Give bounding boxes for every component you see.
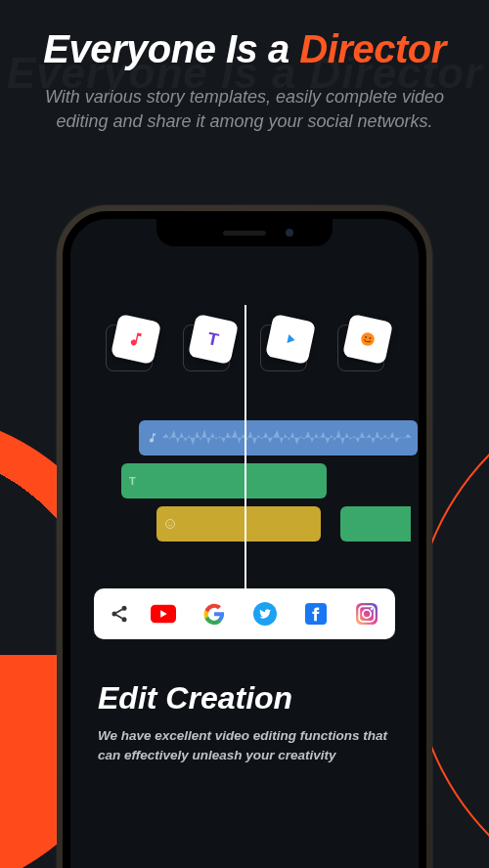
hero-subtitle: With various story templates, easily com… bbox=[23, 85, 466, 134]
hero-title-pre: Everyone Is a bbox=[43, 27, 299, 70]
section-title: Edit Creation bbox=[98, 680, 419, 716]
tool-slot-text[interactable]: T bbox=[183, 325, 230, 371]
play-icon bbox=[281, 330, 299, 349]
play-tool-card bbox=[264, 314, 315, 365]
music-note-icon bbox=[147, 432, 158, 444]
text-track[interactable]: T bbox=[121, 463, 327, 499]
playhead-line bbox=[244, 305, 246, 383]
share-button[interactable] bbox=[108, 599, 131, 629]
playhead-line-main[interactable] bbox=[244, 383, 246, 596]
twitter-icon bbox=[253, 602, 277, 626]
hero-title: Everyone Is a Director bbox=[0, 27, 489, 71]
music-icon bbox=[125, 328, 146, 349]
svg-point-4 bbox=[168, 523, 169, 524]
share-icon bbox=[110, 604, 129, 624]
waveform bbox=[162, 426, 412, 450]
svg-point-5 bbox=[171, 523, 172, 524]
tool-slot-sticker[interactable] bbox=[337, 325, 384, 371]
youtube-button[interactable] bbox=[149, 599, 178, 629]
text-icon: T bbox=[205, 328, 220, 351]
audio-track[interactable] bbox=[139, 420, 418, 456]
sticker-icon bbox=[357, 328, 378, 349]
svg-point-3 bbox=[166, 520, 175, 529]
svg-point-8 bbox=[122, 617, 127, 622]
google-button[interactable] bbox=[200, 599, 229, 629]
youtube-icon bbox=[151, 604, 176, 624]
notch-camera bbox=[286, 229, 293, 237]
google-icon bbox=[203, 603, 225, 625]
sticker-tool-card bbox=[341, 314, 392, 365]
svg-point-6 bbox=[122, 606, 127, 611]
notch-speaker bbox=[223, 231, 266, 236]
twitter-button[interactable] bbox=[250, 599, 280, 629]
section-body: We have excellent video editing function… bbox=[98, 726, 391, 766]
phone-frame: T T bbox=[57, 205, 432, 868]
text-track-icon: T bbox=[129, 475, 141, 487]
instagram-button[interactable] bbox=[352, 599, 381, 629]
share-platforms bbox=[149, 599, 381, 629]
phone-notch bbox=[156, 219, 333, 246]
instagram-icon bbox=[356, 603, 378, 625]
sticker-track[interactable] bbox=[156, 506, 321, 542]
svg-point-7 bbox=[112, 612, 117, 617]
music-tool-card bbox=[110, 314, 160, 365]
phone-screen: T T bbox=[63, 211, 426, 868]
text-tool-card: T bbox=[187, 314, 238, 365]
svg-point-0 bbox=[359, 331, 375, 347]
tool-slot-music[interactable] bbox=[106, 325, 153, 371]
facebook-button[interactable] bbox=[301, 599, 331, 629]
svg-point-14 bbox=[371, 608, 373, 610]
text-track-2[interactable] bbox=[340, 506, 411, 542]
sticker-track-icon bbox=[164, 518, 176, 530]
hero-title-accent: Director bbox=[299, 27, 445, 70]
facebook-icon bbox=[305, 603, 327, 625]
tool-slot-play[interactable] bbox=[260, 325, 307, 371]
